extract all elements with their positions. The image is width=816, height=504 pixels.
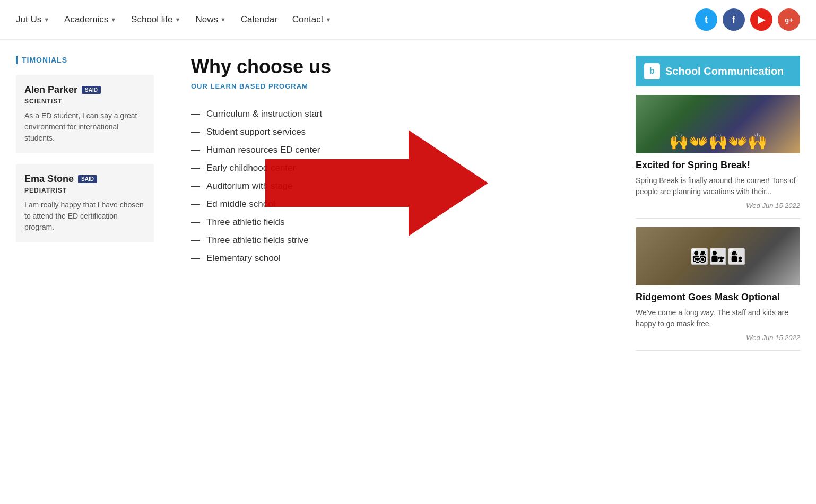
youtube-button[interactable]: ▶ (750, 8, 772, 31)
section-subtitle: OUR LEARN BASED PROGRAM (191, 82, 614, 90)
list-item: Student support services (191, 123, 614, 141)
kids-hands-photo: 🙌👐🙌👐🙌 (636, 95, 800, 153)
comm-title: School Communication (665, 65, 784, 77)
testimonial-header-2: Ema Stone SAID (24, 173, 145, 185)
google-plus-button[interactable]: g+ (778, 8, 800, 31)
testimonial-role-2: PEDIATRIST (24, 187, 145, 194)
news-date-1: Wed Jun 15 2022 (636, 202, 800, 210)
testimonial-text-1: As a ED student, I can say a great envir… (24, 110, 145, 144)
said-badge-1: SAID (82, 86, 101, 94)
news-date-2: Wed Jun 15 2022 (636, 334, 800, 342)
comm-logo: b (644, 63, 660, 79)
list-item: Three athletic fields strive (191, 231, 614, 249)
testimonial-name-1: Alen Parker (24, 84, 77, 95)
testimonial-name-2: Ema Stone (24, 173, 74, 185)
list-item: Ed middle school (191, 195, 614, 213)
facebook-button[interactable]: f (723, 8, 745, 31)
news-headline-1: Excited for Spring Break! (636, 160, 800, 171)
chevron-down-icon: ▼ (44, 16, 49, 23)
center-section: Why choose us OUR LEARN BASED PROGRAM Cu… (170, 56, 636, 351)
list-item: Curriculum & instruction start (191, 105, 614, 123)
list-item: Three athletic fields (191, 213, 614, 231)
twitter-button[interactable]: t (695, 8, 717, 31)
main-layout: TIMONIALS Alen Parker SAID SCIENTIST As … (0, 40, 816, 367)
testimonial-card-1: Alen Parker SAID SCIENTIST As a ED stude… (16, 75, 154, 153)
news-card-2: 👨‍👩‍👧‍👦👨‍👧👩‍👦 Ridgemont Goes Mask Option… (636, 219, 800, 351)
chevron-down-icon: ▼ (175, 16, 181, 23)
news-excerpt-1: Spring Break is finally around the corne… (636, 175, 800, 197)
testimonial-header-1: Alen Parker SAID (24, 84, 145, 95)
news-image-2: 👨‍👩‍👧‍👦👨‍👧👩‍👦 (636, 227, 800, 285)
section-title: Why choose us (191, 56, 614, 78)
nav-links: Jut Us ▼ Academics ▼ School life ▼ News … (16, 14, 331, 25)
news-excerpt-2: We've come a long way. The staff and kid… (636, 307, 800, 329)
nav-item-school-life[interactable]: School life ▼ (131, 14, 180, 25)
feature-list: Curriculum & instruction start Student s… (191, 105, 614, 267)
testimonial-card-2: Ema Stone SAID PEDIATRIST I am really ha… (16, 164, 154, 242)
nav-item-news[interactable]: News ▼ (195, 14, 225, 25)
nav-item-contact[interactable]: Contact ▼ (292, 14, 331, 25)
group-photo: 👨‍👩‍👧‍👦👨‍👧👩‍👦 (636, 227, 800, 285)
nav-item-about[interactable]: Jut Us ▼ (16, 14, 49, 25)
nav-item-calendar[interactable]: Calendar (241, 14, 277, 25)
list-item: Human resources ED center (191, 141, 614, 159)
testimonials-sidebar: TIMONIALS Alen Parker SAID SCIENTIST As … (16, 56, 170, 351)
social-links: t f ▶ g+ (695, 8, 800, 31)
list-item: Early childhood center (191, 159, 614, 177)
comm-header: b School Communication (636, 56, 800, 86)
testimonial-role-1: SCIENTIST (24, 98, 145, 105)
testimonials-label: TIMONIALS (16, 56, 154, 64)
nav-item-academics[interactable]: Academics ▼ (64, 14, 116, 25)
main-nav: Jut Us ▼ Academics ▼ School life ▼ News … (0, 0, 816, 40)
school-comm-sidebar: b School Communication 🙌👐🙌👐🙌 Excited for… (636, 56, 800, 351)
chevron-down-icon: ▼ (220, 16, 226, 23)
chevron-down-icon: ▼ (110, 16, 116, 23)
news-card-1: 🙌👐🙌👐🙌 Excited for Spring Break! Spring B… (636, 86, 800, 219)
testimonial-text-2: I am really happy that I have chosen to … (24, 199, 145, 233)
news-image-1: 🙌👐🙌👐🙌 (636, 95, 800, 153)
list-item: Auditorium with stage (191, 177, 614, 195)
chevron-down-icon: ▼ (325, 16, 331, 23)
said-badge-2: SAID (78, 175, 97, 183)
list-item: Elementary school (191, 249, 614, 267)
news-headline-2: Ridgemont Goes Mask Optional (636, 292, 800, 303)
